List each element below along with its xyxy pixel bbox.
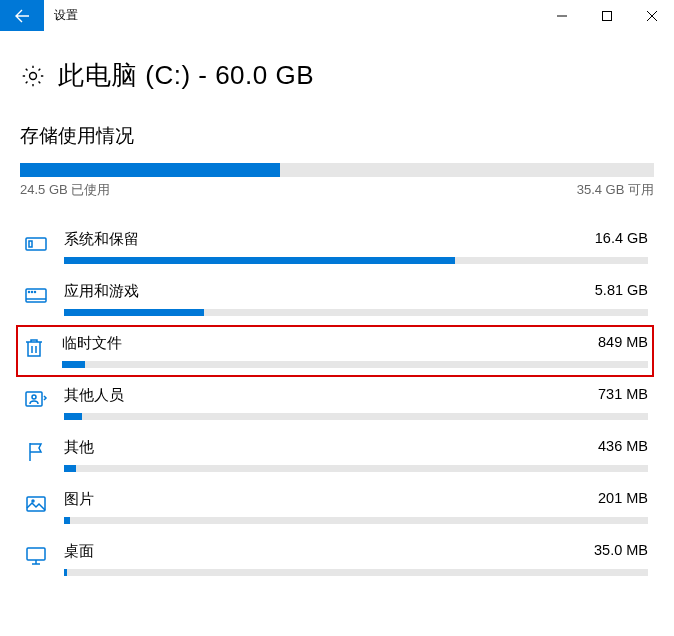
category-others-p[interactable]: 其他人员 731 MB	[20, 377, 654, 429]
category-head: 系统和保留 16.4 GB	[64, 230, 648, 249]
category-head: 其他 436 MB	[64, 438, 648, 457]
category-size: 849 MB	[598, 334, 648, 353]
category-label: 图片	[64, 490, 94, 509]
category-desktop[interactable]: 桌面 35.0 MB	[20, 533, 654, 585]
category-apps[interactable]: 应用和游戏 5.81 GB	[20, 273, 654, 325]
category-bar	[62, 361, 648, 368]
category-pictures[interactable]: 图片 201 MB	[20, 481, 654, 533]
page-header: 此电脑 (C:) - 60.0 GB	[20, 58, 654, 93]
total-storage-bar	[20, 163, 654, 177]
category-fill	[64, 413, 82, 420]
category-label: 其他人员	[64, 386, 124, 405]
maximize-button[interactable]	[584, 0, 629, 31]
category-size: 16.4 GB	[595, 230, 648, 249]
system-icon	[22, 232, 50, 256]
category-head: 图片 201 MB	[64, 490, 648, 509]
category-body: 应用和游戏 5.81 GB	[64, 282, 648, 316]
svg-rect-7	[29, 241, 32, 247]
titlebar: 设置	[0, 0, 674, 32]
category-bar	[64, 569, 648, 576]
total-storage-fill	[20, 163, 280, 177]
category-size: 436 MB	[598, 438, 648, 457]
category-bar	[64, 309, 648, 316]
category-label: 桌面	[64, 542, 94, 561]
picture-icon	[22, 492, 50, 516]
trash-icon	[20, 336, 48, 360]
category-size: 731 MB	[598, 386, 648, 405]
svg-rect-17	[27, 497, 45, 511]
svg-point-11	[32, 292, 33, 293]
back-button[interactable]	[0, 0, 44, 31]
gear-icon	[20, 63, 46, 89]
people-icon	[22, 388, 50, 412]
svg-point-12	[35, 292, 36, 293]
category-body: 临时文件 849 MB	[62, 334, 648, 368]
section-title: 存储使用情况	[20, 123, 654, 149]
svg-point-18	[32, 500, 34, 502]
category-label: 应用和游戏	[64, 282, 139, 301]
category-bar	[64, 413, 648, 420]
category-label: 其他	[64, 438, 94, 457]
category-body: 桌面 35.0 MB	[64, 542, 648, 576]
svg-rect-19	[27, 548, 45, 560]
svg-point-10	[29, 292, 30, 293]
maximize-icon	[602, 11, 612, 21]
category-body: 其他 436 MB	[64, 438, 648, 472]
category-body: 其他人员 731 MB	[64, 386, 648, 420]
category-head: 临时文件 849 MB	[62, 334, 648, 353]
category-label: 临时文件	[62, 334, 122, 353]
desktop-icon	[22, 544, 50, 568]
category-system[interactable]: 系统和保留 16.4 GB	[20, 221, 654, 273]
category-bar	[64, 465, 648, 472]
categories-list: 系统和保留 16.4 GB 应用和游戏 5.81 GB 临时文件 849 MB	[20, 221, 654, 585]
svg-point-4	[30, 72, 37, 79]
window-title: 设置	[44, 0, 539, 31]
window-controls	[539, 0, 674, 31]
free-label: 35.4 GB 可用	[577, 181, 654, 199]
page-title: 此电脑 (C:) - 60.0 GB	[58, 58, 314, 93]
category-fill	[64, 309, 204, 316]
apps-icon	[22, 284, 50, 308]
category-other[interactable]: 其他 436 MB	[20, 429, 654, 481]
category-head: 其他人员 731 MB	[64, 386, 648, 405]
category-fill	[64, 517, 70, 524]
category-bar	[64, 257, 648, 264]
category-body: 图片 201 MB	[64, 490, 648, 524]
close-icon	[647, 11, 657, 21]
category-bar	[64, 517, 648, 524]
category-fill	[62, 361, 85, 368]
svg-point-16	[32, 395, 36, 399]
category-label: 系统和保留	[64, 230, 139, 249]
total-storage-labels: 24.5 GB 已使用 35.4 GB 可用	[20, 181, 654, 199]
category-size: 201 MB	[598, 490, 648, 509]
category-head: 桌面 35.0 MB	[64, 542, 648, 561]
minimize-button[interactable]	[539, 0, 584, 31]
minimize-icon	[557, 11, 567, 21]
category-head: 应用和游戏 5.81 GB	[64, 282, 648, 301]
category-fill	[64, 569, 67, 576]
used-label: 24.5 GB 已使用	[20, 181, 110, 199]
category-fill	[64, 465, 76, 472]
category-size: 35.0 MB	[594, 542, 648, 561]
arrow-left-icon	[14, 8, 30, 24]
content-area: 此电脑 (C:) - 60.0 GB 存储使用情况 24.5 GB 已使用 35…	[0, 58, 674, 585]
flag-icon	[22, 440, 50, 464]
category-fill	[64, 257, 455, 264]
category-body: 系统和保留 16.4 GB	[64, 230, 648, 264]
svg-rect-1	[602, 11, 611, 20]
close-button[interactable]	[629, 0, 674, 31]
category-temp[interactable]: 临时文件 849 MB	[16, 325, 654, 377]
category-size: 5.81 GB	[595, 282, 648, 301]
